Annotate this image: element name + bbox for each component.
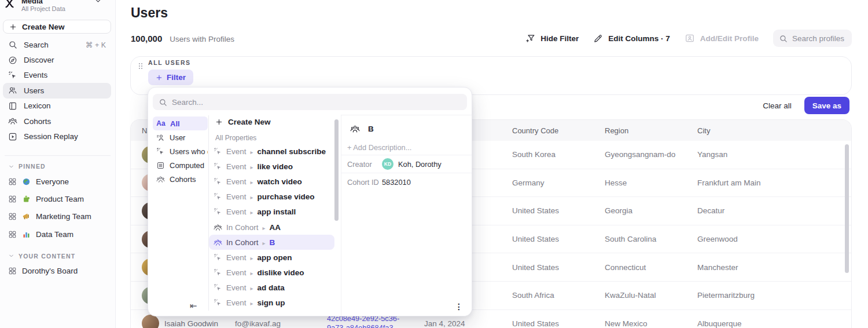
sidebar-item-lexicon[interactable]: Lexicon [3,99,111,114]
property-item-event-dislike-video[interactable]: Event dislike video [209,265,334,280]
caret-right-icon [251,162,253,171]
property-item-event-purchase-video[interactable]: Event purchase video [209,189,334,205]
user-city: Yangsan [697,150,851,159]
column-header-city[interactable]: City [697,126,851,135]
add-description-button[interactable]: + Add Description... [347,143,411,152]
sidebar-item-search[interactable]: Search ⌘ + K [3,37,111,52]
creator-row: Creator KD Koh, Dorothy [341,155,472,173]
cohort-title-row: B [350,124,374,134]
cohort-icon [214,238,222,247]
category-label: All [170,119,180,128]
edit-columns-label: Edit Columns · 7 [608,34,670,43]
search-profiles-input[interactable] [792,34,846,43]
property-item-event-app-open[interactable]: Event app open [209,250,334,265]
category-computed[interactable]: Computed [153,158,208,172]
column-header-country-code[interactable]: Country Code [512,126,605,135]
pinned-section-header[interactable]: PINNED [3,160,111,173]
item-name: app open [258,253,292,262]
sidebar-item-users[interactable]: Users [3,83,111,98]
table-scrollbar[interactable] [845,144,849,273]
your-content-section-header[interactable]: YOUR CONTENT [3,250,111,263]
caret-right-icon [251,298,253,307]
popover-search-input[interactable] [172,98,461,107]
cohort-name: B [368,125,374,133]
search-icon [779,34,788,43]
property-item-event-ad-data[interactable]: Event ad data [209,280,334,296]
sidebar-item-marketing-team[interactable]: Marketing Team [3,208,111,225]
plus-icon [156,74,163,81]
sidebar-item-data-team[interactable]: Data Team [3,225,111,243]
app-window: Media All Project Data Create New Search… [0,0,868,328]
sidebar-item-label: Lexicon [24,101,51,110]
property-item-event-sign-up[interactable]: Event sign up [209,296,334,311]
profile-count-caption: Users with Profiles [170,35,234,43]
avatar [142,315,159,328]
more-options-icon[interactable] [455,302,463,311]
item-prefix: Event [226,177,247,186]
sidebar-item-everyone[interactable]: Everyone [3,173,111,190]
sidebar-item-dorothys-board[interactable]: Dorothy's Board [3,263,111,280]
property-item-in-cohort-b[interactable]: In Cohort B [209,235,334,250]
globe-icon [22,177,31,186]
category-user[interactable]: User [153,130,208,144]
item-prefix: Event [226,192,247,201]
property-item-event-like-video[interactable]: Event like video [209,159,334,174]
property-item-in-cohort-aa[interactable]: In Cohort AA [209,220,334,235]
user-region: New Mexico [605,319,697,328]
user-city: Frankfurt am Main [697,178,851,187]
category-users-who-did[interactable]: Users who di... [153,144,208,158]
megaphone-icon [22,212,31,221]
board-icon [8,230,17,239]
category-label: Users who di... [170,147,208,156]
user-properties-icon [156,133,165,142]
property-item-event-app-install[interactable]: Event app install [209,205,334,220]
profile-card-icon [685,33,695,43]
board-icon [8,212,17,221]
property-item-event-watch-video[interactable]: Event watch video [209,174,334,189]
user-city: Greenwood [697,235,851,243]
create-new-button[interactable]: Create New [3,20,111,34]
collapse-panel-icon[interactable] [190,301,197,311]
sidebar-item-product-team[interactable]: Product Team [3,190,111,207]
cohort-id-row: Cohort ID 5832010 [341,173,472,191]
project-switcher[interactable]: Media All Project Data [3,0,112,13]
sidebar-item-events[interactable]: Events [3,68,111,83]
sidebar-item-discover[interactable]: Discover [3,52,111,67]
hide-filter-button[interactable]: Hide Filter [525,34,579,43]
filter-button-label: Filter [167,73,186,82]
category-all[interactable]: Aa All [153,116,208,130]
event-icon [8,71,17,80]
sidebar-item-cohorts[interactable]: Cohorts [3,114,111,129]
drag-handle-icon[interactable] [137,62,145,70]
popover-scrollbar[interactable] [334,119,339,221]
event-icon [214,192,222,201]
board-icon [8,195,17,203]
search-icon [8,40,17,49]
sidebar: Media All Project Data Create New Search… [0,0,116,328]
create-new-label: Create New [228,118,271,126]
project-info: Media All Project Data [21,0,65,13]
chevron-down-icon[interactable] [94,0,102,5]
edit-columns-button[interactable]: Edit Columns · 7 [593,34,670,43]
category-cohorts[interactable]: Cohorts [153,172,208,186]
board-label: Everyone [36,177,69,186]
add-filter-button[interactable]: Filter [148,70,193,85]
user-country: United States [512,206,605,215]
add-edit-profile-button[interactable]: Add/Edit Profile [685,33,759,43]
cohort-icon [350,124,360,134]
popover-create-new-button[interactable]: Create New [209,114,334,130]
event-icon [156,147,165,156]
popover-category-list: Aa All User Users who di... Computed Coh… [153,116,208,186]
column-header-region[interactable]: Region [605,126,697,135]
cohort-id-value: 5832010 [382,178,411,187]
sidebar-item-session-replay[interactable]: Session Replay [3,129,111,144]
property-item-event-channel-subscribe[interactable]: Event channel subscribe [209,144,334,159]
event-icon [214,253,222,262]
user-region: South Carolina [605,235,697,243]
clear-all-button[interactable]: Clear all [763,101,792,110]
puzzle-icon [22,195,31,203]
popover-property-list: Create New All Properties Event channel … [209,114,334,311]
caret-right-icon [251,177,253,186]
save-as-button[interactable]: Save as [804,97,849,114]
item-prefix: In Cohort [226,223,259,232]
